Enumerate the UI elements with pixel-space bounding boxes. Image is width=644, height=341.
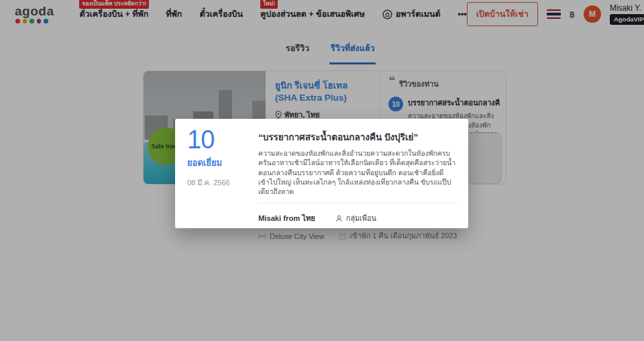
- traveler-type: กลุ่มเพื่อน: [346, 213, 376, 224]
- calendar-icon: [339, 232, 346, 240]
- room-type-item: Deluxe City View: [258, 232, 324, 240]
- agoda-reviews-page: agoda จองเป็นแพ็ค ประหยัดกว่า! ตั๋วเครื่…: [0, 0, 644, 341]
- stay-info: เข้าพัก 1 คืน เดือนกุมภาพันธ์ 2023: [350, 230, 457, 242]
- bed-icon: [258, 232, 266, 240]
- modal-meta-row-2: Deluxe City View เข้าพัก 1 คืน เดือนกุมภ…: [258, 230, 458, 242]
- modal-score-column: 10 ยอดเยี่ยม 08 มี.ค. 2566: [187, 126, 258, 228]
- traveler-type-item: กลุ่มเพื่อน: [335, 213, 376, 224]
- review-detail-modal: 10 ยอดเยี่ยม 08 มี.ค. 2566 “บรรยากาศสระน…: [175, 119, 468, 228]
- modal-score: 10: [187, 127, 258, 154]
- modal-separator: [258, 203, 458, 203]
- stay-info-item: เข้าพัก 1 คืน เดือนกุมภาพันธ์ 2023: [339, 230, 457, 242]
- modal-meta-row-1: Misaki from ไทย กลุ่มเพื่อน: [258, 212, 458, 224]
- room-type: Deluxe City View: [270, 232, 324, 240]
- modal-review-title: “บรรยากาศสระน้ำตอนกลางคืน ปังปุริเย่”: [258, 130, 458, 144]
- modal-review-column: “บรรยากาศสระน้ำตอนกลางคืน ปังปุริเย่” คว…: [258, 126, 458, 228]
- reviewer-name: Misaki from ไทย: [258, 212, 315, 224]
- modal-review-body: ความสะอาดของห้องพักและสิ่งอำนวยความสะดวก…: [258, 149, 458, 197]
- modal-review-date: 08 มี.ค. 2566: [187, 177, 258, 189]
- traveler-type-icon: [335, 215, 343, 222]
- modal-score-label: ยอดเยี่ยม: [187, 156, 258, 170]
